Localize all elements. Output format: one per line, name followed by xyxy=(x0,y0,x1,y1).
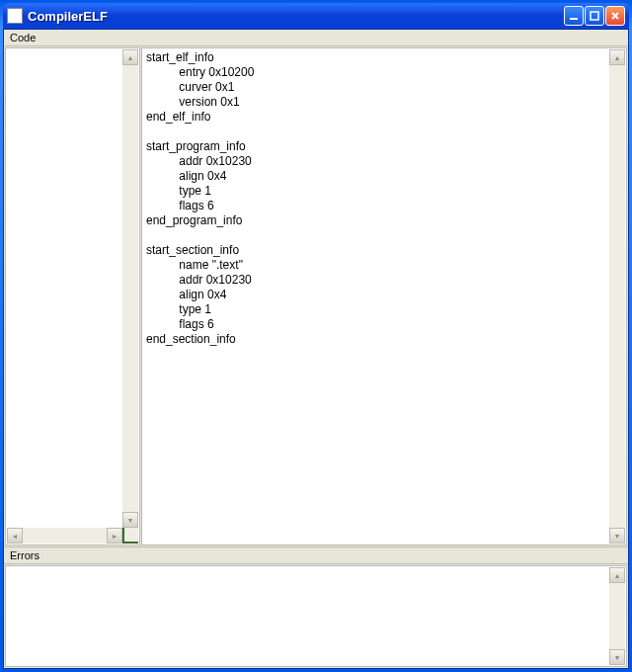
app-icon xyxy=(7,8,23,24)
scroll-down-button[interactable]: ▾ xyxy=(122,512,138,528)
chevron-down-icon: ▾ xyxy=(615,653,619,662)
app-window: CompilerELF Code ▴ ▾ xyxy=(0,0,632,672)
scroll-down-button[interactable]: ▾ xyxy=(609,528,625,544)
maximize-icon xyxy=(589,10,600,22)
client-area: Code ▴ ▾ ◂ ▸ xyxy=(3,29,629,669)
code-vscrollbar[interactable]: ▴ ▾ xyxy=(609,49,625,544)
chevron-up-icon: ▴ xyxy=(615,53,619,62)
titlebar[interactable]: CompilerELF xyxy=(3,3,629,29)
chevron-down-icon: ▾ xyxy=(128,516,132,525)
chevron-down-icon: ▾ xyxy=(615,532,619,541)
left-hscrollbar[interactable]: ◂ ▸ xyxy=(7,528,122,544)
left-vscrollbar[interactable]: ▴ ▾ xyxy=(122,49,138,528)
scroll-track[interactable] xyxy=(23,528,107,544)
chevron-right-icon: ▸ xyxy=(113,532,117,541)
chevron-up-icon: ▴ xyxy=(128,53,132,62)
errors-label: Errors xyxy=(4,547,628,564)
window-controls xyxy=(564,6,625,26)
chevron-up-icon: ▴ xyxy=(615,571,619,580)
chevron-left-icon: ◂ xyxy=(13,532,17,541)
minimize-button[interactable] xyxy=(564,6,584,26)
window-title: CompilerELF xyxy=(28,9,108,24)
scroll-corner xyxy=(122,528,138,544)
close-button[interactable] xyxy=(605,6,625,26)
scroll-track[interactable] xyxy=(122,65,138,512)
scroll-up-button[interactable]: ▴ xyxy=(609,49,625,65)
errors-vscrollbar[interactable]: ▴ ▾ xyxy=(609,567,625,665)
scroll-up-button[interactable]: ▴ xyxy=(122,49,138,65)
close-icon xyxy=(609,10,621,22)
scroll-up-button[interactable]: ▴ xyxy=(609,567,625,583)
left-pane[interactable]: ▴ ▾ ◂ ▸ xyxy=(5,47,140,546)
scroll-left-button[interactable]: ◂ xyxy=(7,528,23,544)
scroll-down-button[interactable]: ▾ xyxy=(609,649,625,665)
scroll-right-button[interactable]: ▸ xyxy=(107,528,122,544)
maximize-button[interactable] xyxy=(585,6,604,26)
scroll-track[interactable] xyxy=(609,583,625,649)
code-label: Code xyxy=(4,30,628,46)
code-editor[interactable]: start_elf_info entry 0x10200 curver 0x1 … xyxy=(141,47,627,546)
errors-area: Errors ▴ ▾ xyxy=(4,547,628,668)
minimize-icon xyxy=(568,10,580,22)
svg-rect-1 xyxy=(591,12,598,20)
svg-rect-0 xyxy=(570,18,578,20)
errors-pane[interactable]: ▴ ▾ xyxy=(5,565,627,667)
scroll-track[interactable] xyxy=(609,65,625,528)
code-text[interactable]: start_elf_info entry 0x10200 curver 0x1 … xyxy=(146,50,608,543)
code-area: ▴ ▾ ◂ ▸ xyxy=(4,46,628,547)
